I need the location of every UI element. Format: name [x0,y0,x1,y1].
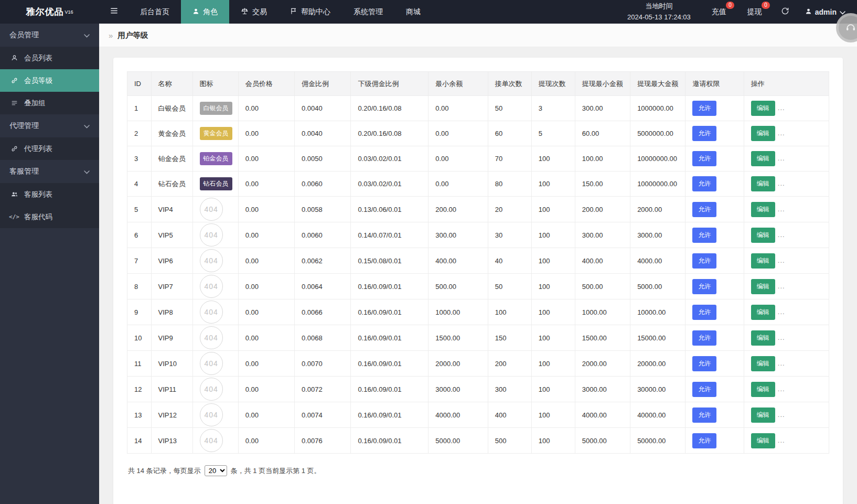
cell-invite-permission: 允许 [685,377,744,402]
action-more-label: ... [778,104,785,112]
cell-sub-commission: 0.13/0.06/0.01 [351,197,428,222]
nav-item-label: 商城 [406,7,421,17]
allow-button[interactable]: 允许 [692,202,716,217]
sidebar-item-agent-list[interactable]: 代理列表 [0,137,99,160]
missing-image-404-icon: 404 [200,429,223,452]
cell-actions: 编辑... [744,171,829,197]
edit-button[interactable]: 编辑 [751,202,775,217]
cell-withdraw-min: 400.00 [575,248,630,274]
allow-button[interactable]: 允许 [692,356,716,371]
edit-button[interactable]: 编辑 [751,330,775,346]
cell-min-balance: 300.00 [428,222,488,248]
allow-button[interactable]: 允许 [692,433,716,448]
allow-button[interactable]: 允许 [692,408,716,423]
allow-button[interactable]: 允许 [692,151,716,166]
cell-icon: 铂金会员 [192,146,238,171]
sidebar-toggle-button[interactable] [99,0,128,24]
local-time: 当地时间 2024-05-13 17:24:03 [617,0,701,24]
table-row: 10VIP94040.000.00680.16/0.09/0.011500.00… [127,325,829,351]
sidebar-section-service-management[interactable]: 客服管理 [0,160,99,183]
cell-name: 铂金会员 [151,146,192,171]
cell-price: 0.00 [238,248,294,274]
allow-button[interactable]: 允许 [692,330,716,346]
edit-button[interactable]: 编辑 [751,126,775,141]
cell-commission: 0.0050 [295,146,351,171]
allow-button[interactable]: 允许 [692,305,716,320]
edit-button[interactable]: 编辑 [751,101,775,116]
edit-button[interactable]: 编辑 [751,151,775,166]
cell-icon: 404 [192,248,238,274]
cell-sub-commission: 0.16/0.09/0.01 [351,351,428,377]
cell-icon: 黄金会员 [192,121,238,146]
sidebar-item-stacking-group[interactable]: 叠加组 [0,92,99,114]
action-more-label: ... [778,205,785,213]
per-page-select[interactable]: 20 [205,465,227,476]
table-row: 7VIP64040.000.00620.15/0.08/0.01400.0040… [127,248,829,274]
cell-price: 0.00 [238,96,294,121]
cell-commission: 0.0074 [295,402,351,428]
pagination: 共 14 条记录，每页显示 20 条，共 1 页当前显示第 1 页。 [127,454,829,476]
edit-button[interactable]: 编辑 [751,279,775,294]
nav-item-system-management[interactable]: 系统管理 [342,0,394,24]
sidebar-item-service-code[interactable]: </> 客服代码 [0,206,99,228]
cell-withdraw-max: 50000.00 [630,428,685,454]
cell-withdraw-count: 100 [531,351,575,377]
edit-button[interactable]: 编辑 [751,253,775,269]
allow-button[interactable]: 允许 [692,126,716,141]
allow-button[interactable]: 允许 [692,228,716,243]
sidebar-section-member-management[interactable]: 会员管理 [0,24,99,47]
edit-button[interactable]: 编辑 [751,433,775,448]
allow-button[interactable]: 允许 [692,253,716,269]
allow-button[interactable]: 允许 [692,279,716,294]
sidebar-item-member-list[interactable]: 会员列表 [0,47,99,69]
cell-min-balance: 0.00 [428,121,488,146]
allow-button[interactable]: 允许 [692,101,716,116]
column-header-min-balance: 最小余额 [428,72,488,96]
edit-button[interactable]: 编辑 [751,356,775,371]
cell-order-count: 300 [488,377,531,402]
table-row: 11VIP104040.000.00700.16/0.09/0.012000.0… [127,351,829,377]
cell-order-count: 80 [488,171,531,197]
cell-id: 3 [127,146,152,171]
nav-item-label: 角色 [203,7,218,17]
nav-item-roles[interactable]: 角色 [181,0,229,24]
nav-item-help-center[interactable]: 帮助中心 [278,0,342,24]
nav-item-trade[interactable]: 交易 [229,0,278,24]
recharge-button[interactable]: 充值 0 [701,0,737,24]
sidebar-item-member-level[interactable]: 会员等级 [0,69,99,92]
edit-button[interactable]: 编辑 [751,176,775,191]
cell-name: VIP10 [151,351,192,377]
recharge-badge: 0 [726,2,734,9]
edit-button[interactable]: 编辑 [751,382,775,397]
allow-button[interactable]: 允许 [692,382,716,397]
missing-image-404-icon: 404 [200,403,223,426]
cell-name: VIP13 [151,428,192,454]
cell-withdraw-count: 100 [531,299,575,325]
cell-id: 4 [127,171,152,197]
cell-order-count: 60 [488,121,531,146]
sidebar-section-agent-management[interactable]: 代理管理 [0,114,99,137]
sidebar-item-label: 叠加组 [24,99,46,108]
withdraw-button[interactable]: 提现 0 [737,0,773,24]
edit-button[interactable]: 编辑 [751,305,775,320]
edit-button[interactable]: 编辑 [751,228,775,243]
nav-item-dashboard[interactable]: 后台首页 [128,0,181,24]
allow-button[interactable]: 允许 [692,176,716,191]
edit-button[interactable]: 编辑 [751,408,775,423]
cell-icon: 白银会员 [192,96,238,121]
cell-withdraw-min: 500.00 [575,274,630,299]
cell-withdraw-count: 100 [531,377,575,402]
sidebar-item-service-list[interactable]: 客服列表 [0,183,99,206]
member-table-body: 1白银会员白银会员0.000.00400.20/0.16/0.080.00503… [127,96,829,454]
cell-order-count: 400 [488,402,531,428]
table-row: 2黄金会员黄金会员0.000.00400.20/0.16/0.080.00605… [127,121,829,146]
sidebar-item-label: 客服列表 [24,190,52,199]
nav-item-mall[interactable]: 商城 [394,0,432,24]
cell-sub-commission: 0.03/0.02/0.01 [351,171,428,197]
cell-commission: 0.0040 [295,96,351,121]
cell-withdraw-max: 5000000.00 [630,121,685,146]
refresh-button[interactable] [773,0,798,24]
column-header-invite-permission: 邀请权限 [685,72,744,96]
pagination-summary-after: 条，共 1 页当前显示第 1 页。 [231,466,321,476]
cell-id: 10 [127,325,152,351]
